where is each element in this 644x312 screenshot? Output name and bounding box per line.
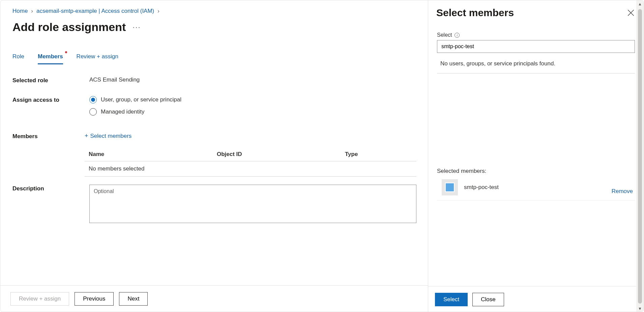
radio-user-group[interactable]: User, group, or service principal bbox=[89, 96, 416, 103]
panel-footer: Select Close bbox=[428, 286, 644, 312]
scroll-track[interactable] bbox=[638, 9, 642, 304]
selected-member-name: smtp-poc-test bbox=[464, 184, 612, 191]
members-label: Members bbox=[12, 132, 85, 177]
breadcrumb: Home › acsemail-smtp-example | Access co… bbox=[12, 8, 416, 14]
select-field-label: Select i bbox=[437, 32, 635, 38]
panel-body: Select i No users, groups, or service pr… bbox=[428, 22, 644, 286]
footer: Review + assign Previous Next bbox=[0, 285, 429, 312]
selected-role-section: Selected role ACS Email Sending bbox=[12, 76, 416, 84]
description-content bbox=[89, 185, 416, 225]
members-table: Name Object ID Type No members selected bbox=[85, 148, 416, 177]
col-name: Name bbox=[89, 151, 217, 158]
tab-review[interactable]: Review + assign bbox=[77, 53, 118, 64]
tab-members-label: Members bbox=[38, 53, 63, 60]
panel-close-button[interactable]: Close bbox=[472, 293, 504, 306]
select-members-panel: Select members Select i No users, groups… bbox=[428, 0, 644, 312]
remove-member-link[interactable]: Remove bbox=[612, 188, 633, 195]
members-table-header: Name Object ID Type bbox=[85, 148, 416, 161]
member-search-input[interactable] bbox=[437, 40, 635, 53]
radio-unselected-icon bbox=[89, 108, 97, 116]
description-section: Description bbox=[12, 185, 416, 225]
selected-member-row: smtp-poc-test Remove bbox=[437, 175, 635, 200]
tab-role[interactable]: Role bbox=[12, 53, 24, 64]
main-content: Home › acsemail-smtp-example | Access co… bbox=[0, 0, 429, 312]
chevron-right-icon: › bbox=[31, 8, 33, 14]
page-title-row: Add role assignment ··· bbox=[12, 21, 416, 34]
required-dot-icon bbox=[65, 51, 67, 53]
more-icon[interactable]: ··· bbox=[133, 23, 141, 32]
radio-selected-icon bbox=[89, 96, 97, 103]
panel-title: Select members bbox=[436, 7, 514, 19]
selected-role-label: Selected role bbox=[12, 76, 89, 84]
next-button[interactable]: Next bbox=[119, 292, 148, 306]
select-members-link[interactable]: + Select members bbox=[85, 132, 131, 139]
members-empty-row: No members selected bbox=[85, 161, 416, 177]
previous-button[interactable]: Previous bbox=[75, 292, 114, 306]
assign-access-label: Assign access to bbox=[12, 96, 89, 120]
tab-members[interactable]: Members bbox=[38, 53, 63, 64]
app-avatar-icon bbox=[442, 179, 458, 195]
members-section: Members + Select members Name Object ID … bbox=[12, 132, 416, 177]
review-assign-button[interactable]: Review + assign bbox=[10, 292, 69, 306]
no-results-message: No users, groups, or service principals … bbox=[437, 60, 635, 73]
description-textarea[interactable] bbox=[89, 185, 416, 223]
col-object-id: Object ID bbox=[217, 151, 345, 158]
col-type: Type bbox=[345, 151, 412, 158]
tabs: Role Members Review + assign bbox=[12, 53, 416, 64]
close-icon[interactable] bbox=[627, 9, 634, 16]
select-members-link-text: Select members bbox=[90, 133, 132, 139]
description-label: Description bbox=[12, 185, 89, 225]
members-content: + Select members Name Object ID Type No … bbox=[85, 132, 416, 177]
scroll-down-icon[interactable]: ▼ bbox=[638, 305, 642, 312]
assign-access-options: User, group, or service principal Manage… bbox=[89, 96, 416, 120]
panel-header: Select members bbox=[428, 0, 644, 22]
assign-access-section: Assign access to User, group, or service… bbox=[12, 96, 416, 120]
panel-select-button[interactable]: Select bbox=[435, 293, 468, 306]
scroll-up-icon[interactable]: ▲ bbox=[638, 0, 642, 8]
selected-members-label: Selected members: bbox=[437, 168, 635, 175]
plus-icon: + bbox=[85, 132, 88, 139]
radio-managed-identity-label: Managed identity bbox=[101, 108, 144, 115]
breadcrumb-resource[interactable]: acsemail-smtp-example | Access control (… bbox=[36, 8, 154, 14]
breadcrumb-home[interactable]: Home bbox=[12, 8, 28, 14]
info-icon[interactable]: i bbox=[455, 33, 460, 38]
radio-managed-identity[interactable]: Managed identity bbox=[89, 108, 416, 116]
select-label-text: Select bbox=[437, 32, 452, 38]
chevron-right-icon: › bbox=[157, 8, 159, 14]
panel-scrollbar[interactable]: ▲ ▼ bbox=[636, 0, 644, 312]
selected-role-value: ACS Email Sending bbox=[89, 76, 416, 84]
radio-user-group-label: User, group, or service principal bbox=[101, 96, 181, 103]
page-title: Add role assignment bbox=[12, 21, 126, 34]
